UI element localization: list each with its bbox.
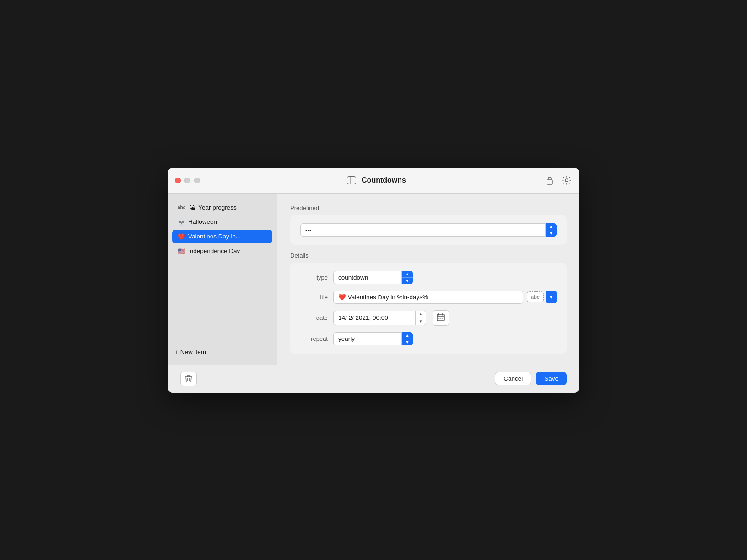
type-stepper-down[interactable]: ▼: [402, 278, 413, 284]
trash-icon: [185, 375, 192, 383]
halloween-emoji: 💀: [178, 218, 185, 226]
action-buttons: Cancel Save: [495, 372, 567, 385]
type-stepper-up[interactable]: ▲: [402, 271, 413, 278]
minimize-button[interactable]: [184, 178, 190, 183]
predefined-stepper-down[interactable]: ▼: [546, 230, 557, 237]
repeat-label: repeat: [300, 335, 328, 342]
sidebar-toggle-button[interactable]: [346, 175, 357, 185]
lock-button[interactable]: [545, 175, 555, 186]
title-field: ❤️ Valentines Day in %in-days% abc ▼: [333, 291, 557, 304]
window-title: Countdowns: [362, 176, 406, 184]
type-field: countdown ▲ ▼: [333, 271, 557, 284]
maximize-button[interactable]: [194, 178, 200, 183]
abc-format-badge: abc: [527, 291, 544, 302]
independence-emoji: 🇺🇸: [178, 248, 185, 255]
traffic-lights: [175, 178, 200, 183]
title-label: title: [300, 294, 328, 301]
date-input[interactable]: 14/ 2/ 2021, 00:00: [333, 311, 416, 325]
type-label: type: [300, 274, 328, 281]
svg-rect-0: [347, 177, 356, 184]
abc-label: abc: [178, 205, 185, 210]
repeat-select-wrapper: yearly ▲ ▼: [333, 332, 413, 345]
details-section: Details type countdown ▲: [290, 252, 567, 354]
titlebar-center: Countdowns: [207, 175, 545, 185]
title-input[interactable]: ❤️ Valentines Day in %in-days%: [333, 291, 523, 304]
svg-rect-10: [442, 318, 444, 319]
date-stepper: ▲ ▼: [415, 311, 426, 325]
type-select-wrapper: countdown ▲ ▼: [333, 271, 413, 284]
title-expand-button[interactable]: ▼: [546, 291, 557, 303]
form-grid: type countdown ▲ ▼: [300, 271, 557, 345]
new-item-button[interactable]: + New item: [175, 349, 206, 355]
sidebar-toggle-icon: [347, 176, 356, 184]
sidebar-item-label: Halloween: [188, 218, 217, 225]
predefined-select[interactable]: ---: [300, 223, 546, 237]
sidebar-item-valentines[interactable]: ❤️ Valentines Day in...: [172, 230, 272, 243]
svg-rect-9: [440, 318, 442, 319]
delete-button[interactable]: [180, 372, 197, 386]
type-stepper: ▲ ▼: [402, 271, 413, 284]
date-field: 14/ 2/ 2021, 00:00 ▲ ▼: [333, 310, 557, 326]
predefined-section: Predefined --- ▲ ▼: [290, 205, 567, 245]
new-item-label: + New item: [175, 349, 206, 355]
sidebar-footer: + New item: [168, 341, 277, 365]
gear-icon: [562, 176, 571, 185]
gear-button[interactable]: [561, 175, 572, 186]
close-button[interactable]: [175, 178, 181, 183]
main-content: abc 🌤 Year progress 💀 Halloween ❤️ Valen…: [168, 194, 579, 365]
date-stepper-up[interactable]: ▲: [416, 311, 426, 318]
sidebar-item-label: Valentines Day in...: [188, 233, 241, 240]
predefined-select-wrapper: --- ▲ ▼: [300, 223, 557, 237]
details-label: Details: [290, 252, 567, 259]
app-window: Countdowns abc: [168, 168, 579, 393]
repeat-stepper: ▲ ▼: [402, 332, 413, 345]
cancel-button[interactable]: Cancel: [495, 372, 531, 385]
save-button[interactable]: Save: [536, 372, 567, 385]
repeat-stepper-down[interactable]: ▼: [402, 339, 413, 345]
predefined-card: --- ▲ ▼: [290, 215, 567, 245]
titlebar-actions: [545, 175, 572, 186]
repeat-field: yearly ▲ ▼: [333, 332, 557, 345]
bottom-bar: Cancel Save: [168, 365, 579, 393]
sidebar-item-label: Year progress: [198, 204, 237, 211]
sidebar-item-year-progress[interactable]: abc 🌤 Year progress: [172, 201, 272, 214]
titlebar: Countdowns: [168, 168, 579, 194]
predefined-stepper-up[interactable]: ▲: [546, 223, 557, 230]
calendar-icon: [437, 313, 445, 321]
predefined-label: Predefined: [290, 205, 567, 211]
predefined-stepper: ▲ ▼: [546, 223, 557, 237]
valentines-emoji: ❤️: [178, 233, 185, 240]
repeat-select[interactable]: yearly: [333, 332, 402, 345]
svg-rect-2: [547, 180, 552, 184]
sidebar-item-label: Independence Day: [188, 248, 240, 254]
repeat-stepper-up[interactable]: ▲: [402, 332, 413, 339]
sidebar-item-halloween[interactable]: 💀 Halloween: [172, 215, 272, 229]
svg-point-3: [565, 179, 568, 182]
sidebar-list: abc 🌤 Year progress 💀 Halloween ❤️ Valen…: [168, 201, 277, 341]
details-card: type countdown ▲ ▼: [290, 263, 567, 354]
lock-icon: [546, 176, 554, 185]
sidebar-item-independence[interactable]: 🇺🇸 Independence Day: [172, 244, 272, 258]
type-select[interactable]: countdown: [333, 271, 402, 284]
detail-panel: Predefined --- ▲ ▼ Details: [277, 194, 579, 365]
svg-rect-8: [438, 318, 440, 319]
calendar-button[interactable]: [433, 310, 449, 326]
year-progress-emoji: 🌤: [189, 204, 195, 211]
date-stepper-down[interactable]: ▼: [416, 318, 426, 325]
sidebar: abc 🌤 Year progress 💀 Halloween ❤️ Valen…: [168, 194, 277, 365]
date-label: date: [300, 314, 328, 321]
